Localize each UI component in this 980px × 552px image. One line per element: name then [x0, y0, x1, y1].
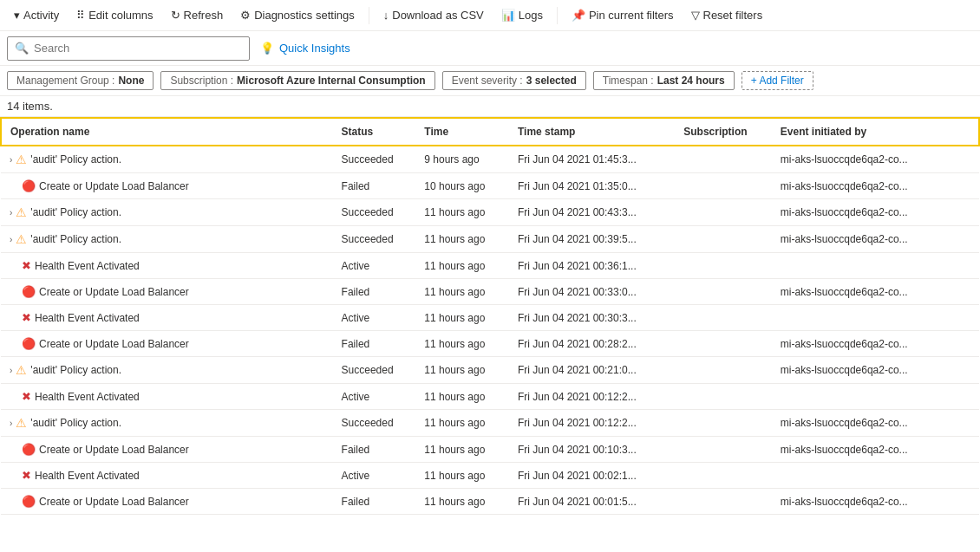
quick-insights-button[interactable]: 💡 Quick Insights	[260, 42, 350, 55]
cell-status: Active	[333, 253, 416, 279]
expand-button[interactable]: ›	[10, 235, 12, 244]
expand-button[interactable]: ›	[10, 208, 12, 218]
table-row[interactable]: ›⚠'audit' Policy action.Succeeded11 hour…	[1, 226, 979, 253]
table-row[interactable]: ›⚠'audit' Policy action.Succeeded11 hour…	[1, 357, 979, 384]
cell-status: Failed	[333, 279, 416, 305]
table-row[interactable]: ›⚠'audit' Policy action.Succeeded11 hour…	[1, 410, 979, 437]
cell-initiator: mi-aks-lsuoccqde6qa2-co...	[772, 410, 979, 437]
cell-initiator	[772, 253, 979, 279]
subscription-label: Subscription :	[170, 75, 233, 87]
cell-status: Active	[333, 384, 416, 410]
cell-time: 11 hours ago	[415, 357, 509, 384]
diagnostics-button[interactable]: ⚙ Diagnostics settings	[233, 5, 362, 25]
table-row[interactable]: 🔴Create or Update Load BalancerFailed10 …	[1, 173, 979, 199]
operation-text: Create or Update Load Balancer	[39, 286, 189, 298]
download-icon: ↓	[383, 9, 389, 22]
cell-time: 11 hours ago	[415, 199, 509, 226]
cell-operation: ›⚠'audit' Policy action.	[1, 410, 333, 437]
cell-subscription	[675, 173, 772, 199]
cell-initiator: mi-aks-lsuoccqde6qa2-co...	[772, 173, 979, 199]
table-row[interactable]: 🔴Create or Update Load BalancerFailed11 …	[1, 331, 979, 357]
activity-button[interactable]: ▾ Activity	[7, 5, 66, 25]
reset-filters-button[interactable]: ▽ Reset filters	[684, 5, 770, 25]
item-count-text: 14 items.	[7, 100, 53, 113]
cell-operation: ✖Health Event Activated	[1, 384, 333, 410]
subscription-filter[interactable]: Subscription : Microsoft Azure Internal …	[160, 71, 434, 90]
pin-filters-button[interactable]: 📌 Pin current filters	[565, 5, 681, 25]
cell-time: 11 hours ago	[415, 384, 509, 410]
col-header-timestamp[interactable]: Time stamp	[509, 118, 675, 146]
col-header-status[interactable]: Status	[333, 118, 416, 146]
cell-timestamp: Fri Jun 04 2021 00:36:1...	[509, 253, 675, 279]
add-filter-button[interactable]: + Add Filter	[742, 71, 813, 90]
cell-subscription	[675, 331, 772, 357]
quick-insights-label: Quick Insights	[279, 42, 350, 55]
cell-operation: 🔴Create or Update Load Balancer	[1, 279, 333, 305]
cell-initiator: mi-aks-lsuoccqde6qa2-co...	[772, 226, 979, 253]
management-group-label: Management Group :	[16, 75, 114, 87]
add-filter-label: + Add Filter	[751, 75, 804, 87]
health-icon: ✖	[22, 469, 31, 482]
cell-time: 11 hours ago	[415, 410, 509, 437]
search-input[interactable]	[34, 42, 242, 55]
management-group-filter[interactable]: Management Group : None	[7, 71, 154, 90]
table-row[interactable]: 🔴Create or Update Load BalancerFailed11 …	[1, 279, 979, 305]
cell-subscription	[675, 463, 772, 489]
cell-operation: 🔴Create or Update Load Balancer	[1, 489, 333, 515]
cell-operation: ✖Health Event Activated	[1, 305, 333, 331]
cell-initiator: mi-aks-lsuoccqde6qa2-co...	[772, 199, 979, 226]
logs-button[interactable]: 📊 Logs	[494, 5, 550, 25]
cell-subscription	[675, 253, 772, 279]
cell-time: 11 hours ago	[415, 226, 509, 253]
timespan-filter[interactable]: Timespan : Last 24 hours	[593, 71, 735, 90]
cell-subscription	[675, 305, 772, 331]
cell-time: 11 hours ago	[415, 331, 509, 357]
operation-text: Create or Update Load Balancer	[39, 444, 189, 456]
activity-label: Activity	[23, 9, 59, 22]
col-header-operation[interactable]: Operation name	[1, 118, 333, 146]
cell-timestamp: Fri Jun 04 2021 00:02:1...	[509, 463, 675, 489]
cell-operation: ›⚠'audit' Policy action.	[1, 146, 333, 173]
table-row[interactable]: 🔴Create or Update Load BalancerFailed11 …	[1, 489, 979, 515]
table-row[interactable]: ›⚠'audit' Policy action.Succeeded9 hours…	[1, 146, 979, 173]
expand-button[interactable]: ›	[10, 155, 12, 165]
cell-operation: 🔴Create or Update Load Balancer	[1, 331, 333, 357]
error-icon: 🔴	[22, 337, 36, 350]
cell-subscription	[675, 437, 772, 463]
table-row[interactable]: ✖Health Event ActivatedActive11 hours ag…	[1, 384, 979, 410]
download-button[interactable]: ↓ Download as CSV	[376, 5, 491, 25]
refresh-label: Refresh	[184, 9, 224, 22]
cell-initiator: mi-aks-lsuoccqde6qa2-co...	[772, 331, 979, 357]
warning-icon: ⚠	[16, 416, 27, 430]
refresh-button[interactable]: ↻ Refresh	[164, 5, 231, 25]
logs-icon: 📊	[501, 9, 515, 22]
table-row[interactable]: 🔴Create or Update Load BalancerFailed11 …	[1, 437, 979, 463]
col-header-subscription[interactable]: Subscription	[675, 118, 772, 146]
table-row[interactable]: ›⚠'audit' Policy action.Succeeded11 hour…	[1, 199, 979, 226]
cell-time: 11 hours ago	[415, 463, 509, 489]
reset-icon: ▽	[691, 9, 700, 22]
cell-initiator: mi-aks-lsuoccqde6qa2-co...	[772, 146, 979, 173]
operation-text: Create or Update Load Balancer	[39, 180, 189, 192]
col-header-initiator[interactable]: Event initiated by	[772, 118, 979, 146]
table-row[interactable]: ✖Health Event ActivatedActive11 hours ag…	[1, 463, 979, 489]
expand-button[interactable]: ›	[10, 366, 12, 375]
diagnostics-label: Diagnostics settings	[254, 9, 355, 22]
divider-2	[557, 7, 558, 24]
health-icon: ✖	[22, 259, 31, 272]
operation-text: 'audit' Policy action.	[30, 233, 121, 245]
cell-timestamp: Fri Jun 04 2021 01:45:3...	[509, 146, 675, 173]
table-row[interactable]: ✖Health Event ActivatedActive11 hours ag…	[1, 253, 979, 279]
table-row[interactable]: ✖Health Event ActivatedActive11 hours ag…	[1, 305, 979, 331]
edit-columns-button[interactable]: ⠿ Edit columns	[69, 5, 160, 25]
cell-time: 11 hours ago	[415, 437, 509, 463]
cell-time: 11 hours ago	[415, 253, 509, 279]
cell-initiator: mi-aks-lsuoccqde6qa2-co...	[772, 489, 979, 515]
operation-text: 'audit' Policy action.	[30, 206, 121, 218]
event-severity-filter[interactable]: Event severity : 3 selected	[442, 71, 586, 90]
search-wrap[interactable]: 🔍	[7, 36, 250, 61]
expand-button[interactable]: ›	[10, 419, 12, 428]
col-header-time[interactable]: Time	[415, 118, 509, 146]
cell-operation: ›⚠'audit' Policy action.	[1, 199, 333, 226]
warning-icon: ⚠	[16, 363, 27, 377]
